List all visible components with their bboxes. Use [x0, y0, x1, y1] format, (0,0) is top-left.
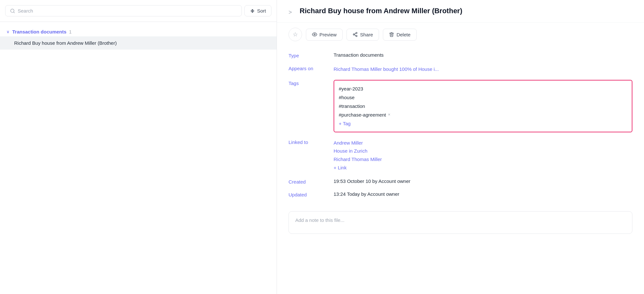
created-field-row: Created 19:53 October 10 by Account owne…: [289, 175, 632, 188]
note-placeholder: Add a note to this file...: [295, 217, 345, 223]
linked-richard-miller[interactable]: Richard Thomas Miller: [334, 155, 632, 164]
file-list-area: ∨ Transaction documents 1 Richard Buy ho…: [0, 22, 277, 294]
group-header-transaction-documents[interactable]: ∨ Transaction documents 1: [0, 27, 277, 36]
left-panel: Sort ∨ Transaction documents 1 Richard B…: [0, 0, 277, 294]
preview-button[interactable]: Preview: [306, 29, 343, 41]
tag-house-text: #house: [339, 93, 355, 102]
updated-label: Updated: [289, 191, 334, 197]
sort-button[interactable]: Sort: [244, 5, 271, 16]
tag-transaction: #transaction: [339, 102, 627, 110]
detail-fields: Type Transaction documents Appears on Ri…: [277, 48, 644, 207]
star-button[interactable]: ☆: [289, 28, 302, 41]
svg-line-1: [14, 12, 14, 13]
sort-icon: [250, 8, 255, 14]
created-label: Created: [289, 178, 334, 185]
svg-point-4: [314, 34, 315, 35]
add-link-button[interactable]: + Link: [334, 163, 346, 172]
linked-house-zurich[interactable]: House in Zurich: [334, 147, 632, 155]
delete-label: Delete: [396, 32, 410, 37]
svg-line-9: [355, 33, 356, 34]
tag-purchase: #purchase-agreement ×: [339, 110, 627, 119]
appears-on-label: Appears on: [289, 65, 334, 71]
search-input-wrapper: [5, 5, 242, 16]
tag-remove-button[interactable]: ×: [388, 111, 391, 118]
appears-on-value[interactable]: Richard Thomas Miller bought 100% of Hou…: [334, 65, 632, 73]
share-button[interactable]: Share: [346, 29, 379, 41]
search-bar: Sort: [0, 0, 277, 22]
type-value: Transaction documents: [334, 52, 632, 58]
share-label: Share: [360, 32, 373, 37]
search-input[interactable]: [18, 8, 237, 14]
linked-to-label: Linked to: [289, 139, 334, 145]
tag-house: #house: [339, 93, 627, 102]
file-item-label: Richard Buy house from Andrew Miller (Br…: [14, 40, 117, 46]
list-item[interactable]: Richard Buy house from Andrew Miller (Br…: [0, 36, 277, 50]
svg-line-8: [355, 35, 356, 36]
type-field-row: Type Transaction documents: [289, 49, 632, 62]
tag-year-text: #year-2023: [339, 84, 363, 93]
add-tag-button[interactable]: + Tag: [339, 119, 351, 128]
linked-to-values: Andrew Miller House in Zurich Richard Th…: [334, 139, 632, 172]
linked-to-field-row: Linked to Andrew Miller House in Zurich …: [289, 136, 632, 175]
linked-andrew-miller[interactable]: Andrew Miller: [334, 139, 632, 147]
tags-section: #year-2023 #house #transaction #purchase…: [334, 80, 632, 132]
collapse-button[interactable]: >: [289, 8, 295, 17]
preview-icon: [312, 32, 317, 37]
star-icon: ☆: [293, 31, 298, 38]
detail-title: Richard Buy house from Andrew Miller (Br…: [300, 6, 632, 16]
group-label: Transaction documents: [12, 29, 66, 34]
created-value: 19:53 October 10 by Account owner: [334, 178, 632, 184]
detail-actions: ☆ Preview Share: [277, 23, 644, 48]
right-panel: > Richard Buy house from Andrew Miller (…: [277, 0, 644, 294]
search-icon: [10, 8, 15, 14]
tag-purchase-text: #purchase-agreement: [339, 110, 386, 119]
type-label: Type: [289, 52, 334, 58]
detail-header: > Richard Buy house from Andrew Miller (…: [277, 0, 644, 23]
chevron-right-icon: >: [289, 9, 292, 15]
tag-year: #year-2023: [339, 84, 627, 93]
tag-transaction-text: #transaction: [339, 102, 365, 110]
tags-field-row: Tags #year-2023 #house #transaction #pur…: [289, 77, 632, 136]
chevron-down-icon: ∨: [6, 29, 10, 34]
preview-label: Preview: [319, 32, 336, 37]
sort-label: Sort: [257, 8, 266, 14]
share-icon: [353, 32, 358, 37]
updated-value: 13:24 Today by Account owner: [334, 191, 632, 197]
note-area[interactable]: Add a note to this file...: [289, 211, 632, 234]
delete-button[interactable]: Delete: [383, 29, 416, 41]
delete-icon: [389, 32, 394, 37]
tags-label: Tags: [289, 80, 334, 86]
appears-on-field-row: Appears on Richard Thomas Miller bought …: [289, 62, 632, 77]
updated-field-row: Updated 13:24 Today by Account owner: [289, 188, 632, 201]
group-count: 1: [69, 29, 71, 34]
